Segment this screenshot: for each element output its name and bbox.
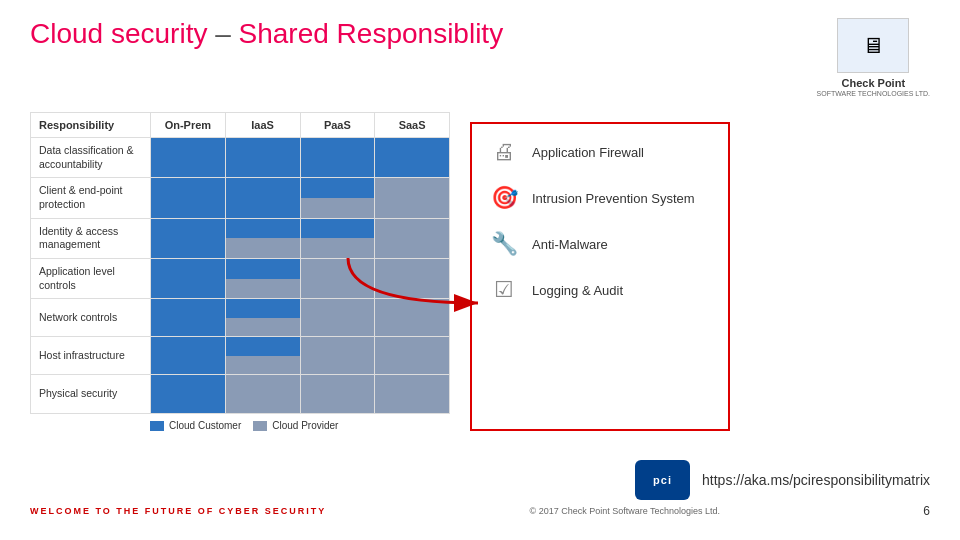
main-content: Responsibility On-Prem IaaS PaaS SaaS Da… xyxy=(0,112,960,431)
cell-1-3 xyxy=(375,178,449,217)
legend-customer-label: Cloud Customer xyxy=(169,420,241,431)
cell-0-1 xyxy=(226,138,301,177)
cell-5-0 xyxy=(151,337,226,374)
title-part1: Cloud security xyxy=(30,18,207,49)
cell-0-2 xyxy=(301,138,376,177)
pci-text: pci xyxy=(653,474,672,486)
footer-tagline: Welcome to the future of cyber security xyxy=(30,506,326,516)
logo: 🖥 Check Point SOFTWARE TECHNOLOGIES LTD. xyxy=(817,18,930,97)
feature-item-2: 🔧Anti-Malware xyxy=(488,228,712,260)
feature-item-1: 🎯Intrusion Prevention System xyxy=(488,182,712,214)
title-part2: Shared Responsiblity xyxy=(239,18,504,49)
feature-icon-3: ☑ xyxy=(488,274,520,306)
table-row: Physical security xyxy=(31,375,449,413)
cell-6-0 xyxy=(151,375,226,413)
feature-icon-2: 🔧 xyxy=(488,228,520,260)
legend-provider-label: Cloud Provider xyxy=(272,420,338,431)
cell-0-3 xyxy=(375,138,449,177)
cell-3-1 xyxy=(226,259,301,298)
cell-3-2 xyxy=(301,259,376,298)
cell-2-3 xyxy=(375,219,449,258)
table-row: Identity & access management xyxy=(31,219,449,259)
header: Cloud security – Shared Responsiblity 🖥 … xyxy=(0,0,960,107)
cell-4-2 xyxy=(301,299,376,336)
table-header: Responsibility On-Prem IaaS PaaS SaaS xyxy=(31,113,449,138)
legend-provider-box xyxy=(253,421,267,431)
pci-badge: pci xyxy=(635,460,690,500)
cell-5-2 xyxy=(301,337,376,374)
cell-6-1 xyxy=(226,375,301,413)
legend-provider: Cloud Provider xyxy=(253,420,338,431)
col-header-paas: PaaS xyxy=(301,113,376,137)
cell-2-1 xyxy=(226,219,301,258)
title-separator: – xyxy=(215,18,238,49)
row-label-2: Identity & access management xyxy=(31,219,151,258)
col-header-onprem: On-Prem xyxy=(151,113,226,137)
cell-2-2 xyxy=(301,219,376,258)
row-label-5: Host infrastructure xyxy=(31,337,151,374)
row-label-1: Client & end-point protection xyxy=(31,178,151,217)
feature-label-3: Logging & Audit xyxy=(532,283,623,298)
footer: Welcome to the future of cyber security … xyxy=(0,504,960,518)
logo-icon: 🖥 xyxy=(837,18,909,73)
row-label-0: Data classification & accountability xyxy=(31,138,151,177)
table-row: Client & end-point protection xyxy=(31,178,449,218)
table-body: Data classification & accountabilityClie… xyxy=(31,138,449,413)
table-row: Application level controls xyxy=(31,259,449,299)
page-title: Cloud security – Shared Responsiblity xyxy=(30,18,503,50)
pci-url: https://aka.ms/pciresponsibilitymatrix xyxy=(702,472,930,488)
table: Responsibility On-Prem IaaS PaaS SaaS Da… xyxy=(30,112,450,414)
col-header-saas: SaaS xyxy=(375,113,449,137)
responsibility-table: Responsibility On-Prem IaaS PaaS SaaS Da… xyxy=(30,112,450,431)
cell-5-3 xyxy=(375,337,449,374)
footer-page: 6 xyxy=(923,504,930,518)
cell-5-1 xyxy=(226,337,301,374)
row-label-4: Network controls xyxy=(31,299,151,336)
legend-customer: Cloud Customer xyxy=(150,420,241,431)
cell-1-0 xyxy=(151,178,226,217)
feature-label-2: Anti-Malware xyxy=(532,237,608,252)
table-row: Host infrastructure xyxy=(31,337,449,375)
cell-1-2 xyxy=(301,178,376,217)
cell-3-3 xyxy=(375,259,449,298)
table-row: Data classification & accountability xyxy=(31,138,449,178)
table-legend: Cloud Customer Cloud Provider xyxy=(30,420,450,431)
cell-4-0 xyxy=(151,299,226,336)
bottom-section: pci https://aka.ms/pciresponsibilitymatr… xyxy=(635,460,930,500)
col-header-iaas: IaaS xyxy=(226,113,301,137)
feature-icon-0: 🖨 xyxy=(488,136,520,168)
legend-customer-box xyxy=(150,421,164,431)
cell-4-1 xyxy=(226,299,301,336)
row-label-3: Application level controls xyxy=(31,259,151,298)
footer-copyright: © 2017 Check Point Software Technologies… xyxy=(530,506,721,516)
cell-6-2 xyxy=(301,375,376,413)
cell-3-0 xyxy=(151,259,226,298)
col-header-responsibility: Responsibility xyxy=(31,113,151,137)
feature-item-0: 🖨Application Firewall xyxy=(488,136,712,168)
features-panel: 🖨Application Firewall🎯Intrusion Preventi… xyxy=(470,122,730,431)
cell-0-0 xyxy=(151,138,226,177)
cell-1-1 xyxy=(226,178,301,217)
feature-label-1: Intrusion Prevention System xyxy=(532,191,695,206)
feature-label-0: Application Firewall xyxy=(532,145,644,160)
brand-sub: SOFTWARE TECHNOLOGIES LTD. xyxy=(817,90,930,97)
cell-2-0 xyxy=(151,219,226,258)
cell-6-3 xyxy=(375,375,449,413)
feature-item-3: ☑Logging & Audit xyxy=(488,274,712,306)
row-label-6: Physical security xyxy=(31,375,151,413)
table-row: Network controls xyxy=(31,299,449,337)
brand-name: Check Point xyxy=(841,77,905,90)
feature-icon-1: 🎯 xyxy=(488,182,520,214)
cell-4-3 xyxy=(375,299,449,336)
